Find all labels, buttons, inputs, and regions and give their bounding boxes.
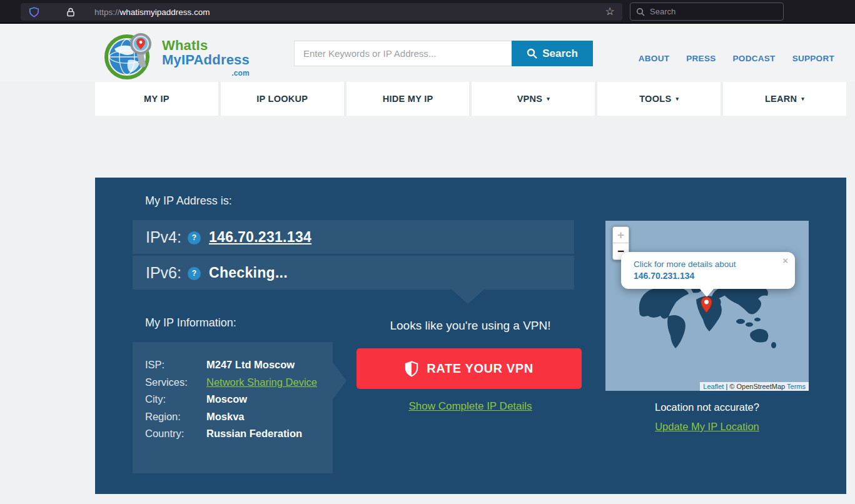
site-logo[interactable]: WhatIs MyIPAddress .com: [103, 30, 250, 81]
nav-item-ip-lookup[interactable]: IP LOOKUP: [221, 82, 344, 116]
info-row: Region:Moskva: [145, 408, 321, 426]
header-link-support[interactable]: SUPPORT: [792, 54, 834, 63]
ipv6-help-icon[interactable]: ?: [188, 267, 201, 280]
info-row-label: Country:: [145, 425, 206, 443]
terms-link[interactable]: Terms: [787, 383, 806, 390]
url-text: https://whatismyipaddress.com: [94, 8, 210, 17]
popup-line1: Click for more details about: [634, 260, 736, 269]
shield-icon: [405, 361, 418, 377]
site-search-input[interactable]: [294, 41, 512, 66]
nav-item-tools[interactable]: TOOLS ▾: [597, 82, 721, 116]
lock-icon[interactable]: [66, 7, 76, 18]
map-attribution: Leaflet | © OpenStreetMap Terms: [700, 382, 809, 391]
info-row-value: M247 Ltd Moscow: [206, 359, 295, 370]
location-map[interactable]: + − Click for more details about 146.70.…: [605, 221, 809, 391]
info-row-label: ISP:: [145, 356, 206, 374]
site-header: WhatIs MyIPAddress .com Search ABOUTPRES…: [0, 24, 855, 82]
popup-close-icon[interactable]: ×: [782, 255, 788, 266]
nav-item-hide-my-ip[interactable]: HIDE MY IP: [347, 82, 470, 116]
nav-item-label: MY IP: [144, 94, 169, 104]
ipv6-row: IPv6: ? Checking...: [133, 256, 574, 290]
location-not-accurate-text: Location not accurate?: [605, 401, 809, 413]
browser-search-field[interactable]: Search: [630, 3, 784, 21]
tracking-shield-icon[interactable]: [29, 7, 39, 18]
nav-item-label: IP LOOKUP: [256, 94, 308, 104]
popup-ip: 146.70.231.134: [634, 271, 694, 281]
nav-item-my-ip[interactable]: MY IP: [95, 82, 218, 116]
nav-item-learn[interactable]: LEARN ▾: [723, 82, 846, 116]
rate-your-vpn-label: RATE YOUR VPN: [427, 361, 533, 376]
logo-wordmark: WhatIs MyIPAddress .com: [162, 39, 250, 80]
site-search-button-label: Search: [542, 48, 578, 60]
ipv6-status: Checking...: [209, 265, 288, 281]
main-nav: MY IP IP LOOKUP HIDE MY IP VPNS ▾ TOOLS …: [95, 82, 846, 116]
info-row: Country:Russian Federation: [145, 425, 321, 443]
info-row: ISP:M247 Ltd Moscow: [145, 356, 321, 374]
ipv6-label: IPv6:: [146, 264, 181, 282]
logo-line1: WhatIs: [162, 38, 208, 53]
nav-item-label: TOOLS: [639, 94, 671, 104]
header-link-press[interactable]: PRESS: [686, 54, 716, 63]
site-search: Search: [294, 41, 593, 66]
info-row-value: Moscow: [206, 393, 247, 405]
address-bar[interactable]: https://whatismyipaddress.com ☆: [21, 3, 622, 21]
header-link-about[interactable]: ABOUT: [639, 54, 670, 63]
info-row-label: Services:: [145, 374, 206, 391]
ip-info-heading: My IP Information:: [145, 316, 236, 330]
info-row-label: Region:: [145, 408, 206, 426]
update-ip-location-link[interactable]: Update My IP Location: [655, 421, 759, 432]
chevron-down-icon: ▾: [675, 96, 679, 102]
ipv4-row: IPv4: ? 146.70.231.134: [133, 220, 574, 254]
my-ip-panel: My IP Address is: IPv4: ? 146.70.231.134…: [95, 178, 846, 494]
rate-your-vpn-button[interactable]: RATE YOUR VPN: [357, 348, 582, 389]
show-complete-ip-details-link[interactable]: Show Complete IP Details: [408, 400, 532, 412]
ipv4-label: IPv4:: [146, 228, 181, 246]
site-search-button[interactable]: Search: [512, 41, 593, 66]
info-row-value: Russian Federation: [206, 428, 302, 439]
info-row-value: Moskva: [206, 411, 245, 422]
ipv4-value-link[interactable]: 146.70.231.134: [209, 229, 311, 246]
chevron-down-icon: ▾: [547, 96, 550, 102]
ipv4-help-icon[interactable]: ?: [188, 231, 201, 244]
globe-magnifier-logo-icon: [103, 30, 154, 81]
header-link-podcast[interactable]: PODCAST: [733, 54, 776, 63]
search-icon: [636, 8, 645, 16]
pointer-notch: [452, 290, 484, 304]
nav-item-label: HIDE MY IP: [383, 94, 433, 104]
header-links: ABOUTPRESSPODCASTSUPPORT: [639, 54, 834, 63]
map-popup-text: Click for more details about 146.70.231.…: [621, 252, 795, 282]
attribution-text: | © OpenStreetMap: [724, 383, 787, 390]
search-icon: [527, 48, 537, 59]
nav-item-label: LEARN: [765, 94, 797, 104]
info-row: Services:Network Sharing Device: [145, 374, 321, 391]
info-row-value-link[interactable]: Network Sharing Device: [206, 376, 317, 388]
browser-search-placeholder: Search: [650, 7, 675, 16]
zoom-in-button[interactable]: +: [613, 227, 629, 243]
info-row: City:Moscow: [145, 391, 321, 408]
bookmark-star-icon[interactable]: ☆: [602, 6, 617, 18]
red-location-pin[interactable]: [701, 296, 712, 313]
ip-info-box: ISP:M247 Ltd Moscow Services:Network Sha…: [133, 342, 333, 473]
url-host: whatismyipaddress.com: [120, 8, 210, 17]
nav-item-label: VPNS: [517, 94, 543, 104]
ip-heading: My IP Address is:: [145, 194, 232, 208]
leaflet-link[interactable]: Leaflet: [703, 383, 724, 390]
logo-line2: MyIPAddress: [162, 52, 250, 68]
chevron-down-icon: ▾: [801, 96, 804, 102]
vpn-notice: Looks like you're using a VPN!: [369, 319, 572, 333]
url-protocol: https://: [94, 8, 120, 17]
nav-item-vpns[interactable]: VPNS ▾: [472, 82, 595, 116]
map-popup: Click for more details about 146.70.231.…: [621, 252, 795, 289]
browser-toolbar: https://whatismyipaddress.com ☆ Search: [0, 0, 855, 24]
logo-tld: .com: [162, 67, 250, 80]
info-row-label: City:: [145, 391, 206, 408]
